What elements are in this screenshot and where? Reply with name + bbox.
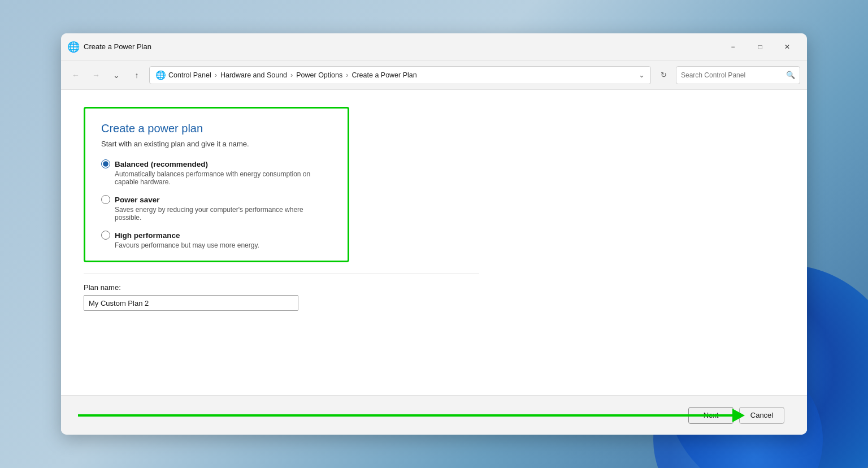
high-performance-radio[interactable]: [101, 231, 110, 240]
page-title: Create a power plan: [101, 122, 332, 135]
balanced-label: Balanced (recommended): [115, 160, 208, 168]
back-button[interactable]: ←: [68, 67, 84, 83]
titlebar: 🌐 Create a Power Plan − □ ✕: [61, 33, 807, 60]
section-divider: [84, 274, 479, 274]
breadcrumb-sep1: ›: [215, 71, 217, 79]
plan-name-input[interactable]: [84, 295, 298, 311]
high-performance-label: High performance: [115, 231, 180, 240]
window-controls: − □ ✕: [720, 38, 800, 56]
address-bar[interactable]: 🌐 Control Panel › Hardware and Sound › P…: [149, 66, 651, 84]
window-title: Create a Power Plan: [84, 42, 720, 51]
next-button[interactable]: Next: [688, 407, 734, 424]
recent-locations-button[interactable]: ⌄: [108, 67, 124, 83]
plan-name-section: Plan name:: [84, 283, 784, 311]
balanced-radio[interactable]: [101, 159, 110, 168]
address-dropdown-icon[interactable]: ⌄: [639, 71, 645, 79]
refresh-button[interactable]: ↻: [656, 67, 671, 83]
main-window: 🌐 Create a Power Plan − □ ✕ ← → ⌄ ↑ 🌐 Co…: [61, 33, 807, 435]
power-saver-description: Saves energy by reducing your computer's…: [115, 206, 332, 222]
balanced-description: Automatically balances performance with …: [115, 170, 332, 186]
minimize-button[interactable]: −: [720, 38, 746, 56]
power-saver-radio[interactable]: [101, 195, 110, 204]
breadcrumb-level1: Hardware and Sound: [220, 71, 287, 79]
power-plan-options: Balanced (recommended) Automatically bal…: [101, 159, 332, 249]
plan-selection-box: Create a power plan Start with an existi…: [84, 107, 349, 262]
close-button[interactable]: ✕: [774, 38, 800, 56]
breadcrumb-root: Control Panel: [168, 71, 211, 79]
up-button[interactable]: ↑: [129, 67, 145, 83]
search-icon: 🔍: [786, 71, 795, 79]
content-area: Create a power plan Start with an existi…: [61, 90, 807, 395]
power-saver-label: Power saver: [115, 196, 160, 204]
maximize-button[interactable]: □: [747, 38, 773, 56]
plan-name-label: Plan name:: [84, 283, 784, 292]
page-subtitle: Start with an existing plan and give it …: [101, 140, 332, 148]
navbar: ← → ⌄ ↑ 🌐 Control Panel › Hardware and S…: [61, 60, 807, 90]
breadcrumb-level2: Power Options: [296, 71, 342, 79]
search-input[interactable]: [681, 71, 783, 79]
window-icon: 🌐: [68, 41, 79, 53]
high-performance-description: Favours performance but may use more ene…: [115, 241, 332, 249]
power-saver-option: Power saver Saves energy by reducing you…: [101, 195, 332, 222]
cancel-button[interactable]: Cancel: [739, 407, 784, 424]
bottom-bar: Next Cancel: [61, 395, 807, 435]
breadcrumb-level3: Create a Power Plan: [351, 71, 416, 79]
green-arrow-annotation: [61, 409, 745, 422]
balanced-option: Balanced (recommended) Automatically bal…: [101, 159, 332, 186]
breadcrumb-sep2: ›: [290, 71, 293, 79]
forward-button[interactable]: →: [88, 67, 104, 83]
breadcrumb-sep3: ›: [346, 71, 348, 79]
search-box[interactable]: 🔍: [676, 66, 800, 84]
high-performance-option: High performance Favours performance but…: [101, 231, 332, 249]
